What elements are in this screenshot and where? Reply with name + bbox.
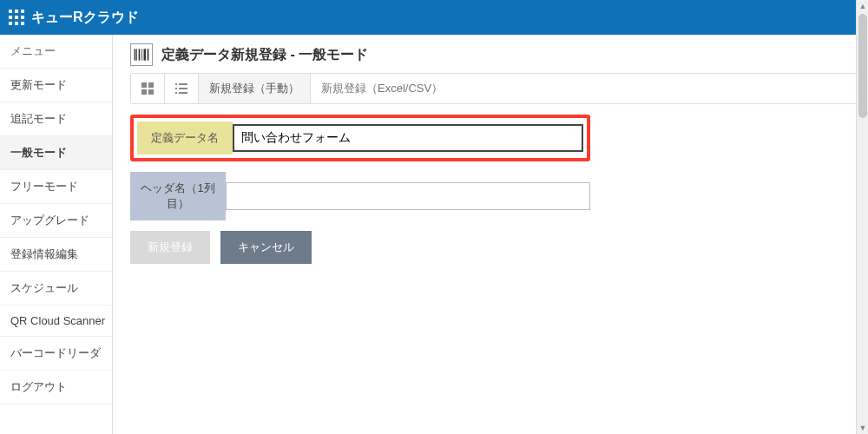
- svg-rect-22: [179, 88, 187, 89]
- svg-rect-12: [141, 49, 142, 60]
- svg-rect-6: [9, 22, 12, 25]
- sidebar-item-1[interactable]: 追記モード: [0, 102, 112, 136]
- scrollbar-thumb[interactable]: [858, 14, 867, 118]
- barcode-icon: [130, 43, 153, 66]
- sidebar-item-5[interactable]: 登録情報編集: [0, 238, 112, 272]
- svg-rect-4: [15, 16, 18, 19]
- svg-rect-23: [175, 92, 177, 94]
- svg-rect-19: [175, 83, 177, 85]
- page-title: 定義データ新規登録 - 一般モード: [161, 46, 368, 64]
- sidebar-item-3[interactable]: フリーモード: [0, 170, 112, 204]
- definition-name-label: 定義データ名: [137, 122, 233, 155]
- svg-rect-1: [15, 10, 18, 13]
- form-actions: 新規登録 キャンセル: [130, 231, 858, 264]
- svg-rect-18: [148, 89, 154, 95]
- sidebar: メニュー 更新モード追記モード一般モードフリーモードアップグレード登録情報編集ス…: [0, 35, 113, 434]
- definition-name-row: 定義データ名: [130, 115, 590, 161]
- svg-rect-17: [141, 89, 147, 95]
- page-header: 定義データ新規登録 - 一般モード: [130, 43, 858, 66]
- svg-rect-8: [21, 22, 24, 25]
- svg-rect-10: [136, 49, 137, 60]
- svg-rect-5: [21, 16, 24, 19]
- header-name-row: ヘッダ名（1列目）: [130, 172, 590, 220]
- header-name-label: ヘッダ名（1列目）: [130, 172, 226, 220]
- sidebar-item-9[interactable]: ログアウト: [0, 371, 112, 404]
- svg-rect-7: [15, 22, 18, 25]
- sidebar-item-6[interactable]: スケジュール: [0, 272, 112, 306]
- scroll-down-arrow-icon[interactable]: ▼: [857, 422, 868, 434]
- svg-rect-14: [148, 49, 149, 60]
- definition-name-input[interactable]: [233, 124, 583, 152]
- tab-excel-register[interactable]: 新規登録（Excel/CSV）: [311, 74, 857, 103]
- sidebar-item-2[interactable]: 一般モード: [0, 136, 112, 170]
- submit-button[interactable]: 新規登録: [130, 231, 210, 264]
- svg-rect-9: [135, 49, 136, 60]
- svg-rect-2: [21, 10, 24, 13]
- apps-grid-icon[interactable]: [9, 10, 24, 25]
- sidebar-item-0[interactable]: 更新モード: [0, 69, 112, 102]
- svg-rect-11: [139, 49, 141, 60]
- main-content: 定義データ新規登録 - 一般モード 新規登録（手動） 新規登録（Excel/CS…: [113, 35, 868, 434]
- view-list-button[interactable]: [165, 74, 199, 103]
- svg-rect-0: [9, 10, 12, 13]
- header-name-input[interactable]: [226, 182, 590, 210]
- sidebar-item-8[interactable]: バーコードリーダ: [0, 337, 112, 371]
- sidebar-menu-label: メニュー: [0, 35, 112, 69]
- sidebar-item-7[interactable]: QR Cloud Scanner: [0, 306, 112, 337]
- sidebar-item-4[interactable]: アップグレード: [0, 204, 112, 238]
- tab-manual-register[interactable]: 新規登録（手動）: [199, 74, 311, 103]
- view-grid-button[interactable]: [131, 74, 165, 103]
- svg-rect-21: [175, 88, 177, 89]
- topbar: キューRクラウド: [0, 0, 868, 35]
- app-title: キューRクラウド: [31, 9, 139, 27]
- svg-rect-16: [148, 82, 154, 88]
- svg-rect-15: [141, 82, 147, 88]
- toolbar: 新規登録（手動） 新規登録（Excel/CSV）: [130, 73, 858, 104]
- svg-rect-20: [179, 83, 187, 85]
- scroll-up-arrow-icon[interactable]: ▲: [857, 0, 868, 12]
- svg-rect-24: [179, 92, 187, 94]
- vertical-scrollbar[interactable]: ▲ ▼: [856, 0, 868, 434]
- cancel-button[interactable]: キャンセル: [220, 231, 312, 264]
- svg-rect-13: [144, 49, 147, 60]
- svg-rect-3: [9, 16, 12, 19]
